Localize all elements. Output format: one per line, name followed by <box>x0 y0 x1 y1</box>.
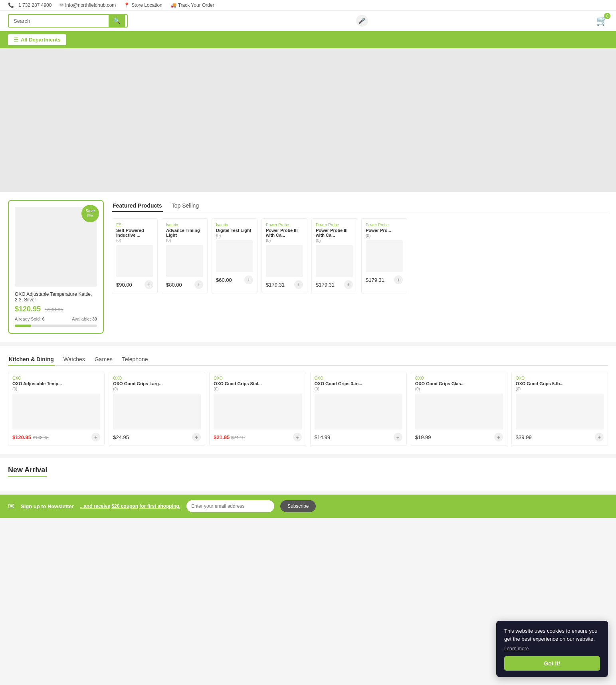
add-to-cart-button[interactable]: + <box>145 280 153 289</box>
tab-top-selling[interactable]: Top Selling <box>171 200 200 212</box>
product-name[interactable]: OXO Good Grips Glas... <box>415 381 503 386</box>
list-item: OXO OXO Adjustable Temp... (0) $120.95$1… <box>8 372 105 446</box>
newsletter-description: ...and receive $20 coupon for first shop… <box>80 503 180 509</box>
product-price-row: $179.31 + <box>366 275 403 284</box>
location-icon: 📍 <box>124 2 130 8</box>
product-price-row: $39.99 + <box>516 433 604 441</box>
product-image <box>216 240 253 272</box>
cart-icon-wrap[interactable]: 🛒 0 <box>596 15 608 26</box>
list-item: Power Probe Power Pro... (0) $179.31 + <box>361 218 407 293</box>
tab-kitchen-dining[interactable]: Kitchen & Dining <box>8 354 55 366</box>
add-to-cart-button[interactable]: + <box>344 280 353 289</box>
email-address: info@northfieldhub.com <box>65 2 116 8</box>
add-to-cart-button[interactable]: + <box>192 433 201 441</box>
product-image <box>415 394 503 430</box>
subscribe-button[interactable]: Subscribe <box>280 500 316 512</box>
product-image <box>366 240 403 272</box>
featured-product-grid: ESI Self-Powered Inductive ... (0) $90.0… <box>112 218 608 293</box>
product-price-row: $24.95 + <box>113 433 201 441</box>
tab-telephone[interactable]: Telephone <box>121 354 149 366</box>
product-name[interactable]: OXO Good Grips Stal... <box>214 381 301 386</box>
phone-info: 📞 +1 732 287 4900 <box>8 2 51 8</box>
featured-main-pricing: $120.95 $133.05 <box>15 305 97 313</box>
list-item: OXO OXO Good Grips Larg... (0) $24.95 + <box>109 372 205 446</box>
product-brand: Isuorin <box>166 223 203 227</box>
featured-section: Save 9% OXO Adjustable Temperature Kettl… <box>0 192 616 342</box>
tab-games[interactable]: Games <box>94 354 113 366</box>
product-image <box>214 394 301 430</box>
store-location[interactable]: 📍 Store Location <box>124 2 162 8</box>
new-arrival-section: New Arrival <box>0 458 616 491</box>
product-price-row: $80.00 + <box>166 280 203 289</box>
add-to-cart-button[interactable]: + <box>494 433 503 441</box>
voice-search-btn[interactable]: 🎤 <box>356 15 368 27</box>
product-name[interactable]: Power Pro... <box>366 228 403 233</box>
product-name[interactable]: OXO Good Grips 3-in... <box>315 381 402 386</box>
phone-number: +1 732 287 4900 <box>16 2 51 8</box>
product-sale-price: $120.95 <box>12 434 31 440</box>
featured-main-old-price: $133.05 <box>45 307 63 313</box>
product-image <box>166 245 203 277</box>
product-price-row: $179.31 + <box>316 280 353 289</box>
products-tab-section: Featured Products Top Selling ESI Self-P… <box>112 200 608 334</box>
product-price: $90.00 <box>116 282 132 288</box>
product-name[interactable]: OXO Good Grips Larg... <box>113 381 201 386</box>
product-price: $19.99 <box>415 434 431 440</box>
product-name[interactable]: Digital Test Light <box>216 228 253 233</box>
product-name[interactable]: Power Probe III with Ca... <box>266 228 303 238</box>
add-to-cart-button[interactable]: + <box>394 275 403 284</box>
product-reviews: (0) <box>316 238 353 243</box>
product-brand: OXO <box>214 376 301 380</box>
product-name[interactable]: Power Probe III with Ca... <box>316 228 353 238</box>
product-name[interactable]: OXO Adjustable Temp... <box>12 381 100 386</box>
category-product-grid: OXO OXO Adjustable Temp... (0) $120.95$1… <box>8 372 608 446</box>
save-percent: 9% <box>87 214 93 218</box>
product-price-row: $90.00 + <box>116 280 153 289</box>
search-bar[interactable]: 🔍 <box>8 14 128 28</box>
featured-tabs: Featured Products Top Selling <box>112 200 608 212</box>
product-price: $179.31 <box>316 282 335 288</box>
list-item: OXO OXO Good Grips Stal... (0) $21.95$24… <box>209 372 306 446</box>
add-to-cart-button[interactable]: + <box>244 275 253 284</box>
product-reviews: (0) <box>315 387 402 391</box>
product-price-row: $21.95$24.10 + <box>214 433 301 441</box>
product-reviews: (0) <box>116 238 153 243</box>
add-to-cart-button[interactable]: + <box>293 433 302 441</box>
add-to-cart-button[interactable]: + <box>294 280 303 289</box>
product-image <box>113 394 201 430</box>
product-image <box>116 245 153 277</box>
add-to-cart-button[interactable]: + <box>595 433 604 441</box>
product-image <box>315 394 402 430</box>
product-name[interactable]: OXO Good Grips 5-lb... <box>516 381 604 386</box>
add-to-cart-button[interactable]: + <box>394 433 402 441</box>
track-order-label: Track Your Order <box>178 2 214 8</box>
product-reviews: (0) <box>113 387 201 391</box>
all-departments-label: All Departments <box>21 37 61 43</box>
product-brand: ESI <box>116 223 153 227</box>
search-button[interactable]: 🔍 <box>109 15 125 27</box>
product-brand: OXO <box>315 376 402 380</box>
tab-featured-products[interactable]: Featured Products <box>112 200 163 212</box>
header: 🔍 🎤 🛒 0 <box>0 11 616 31</box>
track-order[interactable]: 🚚 Track Your Order <box>170 2 214 8</box>
phone-icon: 📞 <box>8 2 14 8</box>
product-sale-price: $21.95 <box>214 434 230 440</box>
newsletter-label: Sign up to Newsletter <box>21 503 74 509</box>
add-to-cart-button[interactable]: + <box>91 433 100 441</box>
store-location-label: Store Location <box>131 2 162 8</box>
list-item: OXO OXO Good Grips Glas... (0) $19.99 + <box>411 372 507 446</box>
product-price: $24.95 <box>113 434 129 440</box>
email-icon: ✉ <box>59 2 63 8</box>
product-brand: Power Probe <box>316 223 353 227</box>
product-name[interactable]: Self-Powered Inductive ... <box>116 228 153 238</box>
product-reviews: (0) <box>366 234 403 238</box>
tab-watches[interactable]: Watches <box>63 354 86 366</box>
all-departments-button[interactable]: ☰ All Departments <box>8 34 66 45</box>
product-price: $80.00 <box>166 282 182 288</box>
newsletter-email-input[interactable] <box>186 500 274 512</box>
newsletter-icon: ✉ <box>8 501 15 511</box>
add-to-cart-button[interactable]: + <box>194 280 203 289</box>
list-item: OXO OXO Good Grips 5-lb... (0) $39.99 + <box>511 372 608 446</box>
search-input[interactable] <box>9 15 109 27</box>
product-name[interactable]: Advance Timing Light <box>166 228 203 238</box>
